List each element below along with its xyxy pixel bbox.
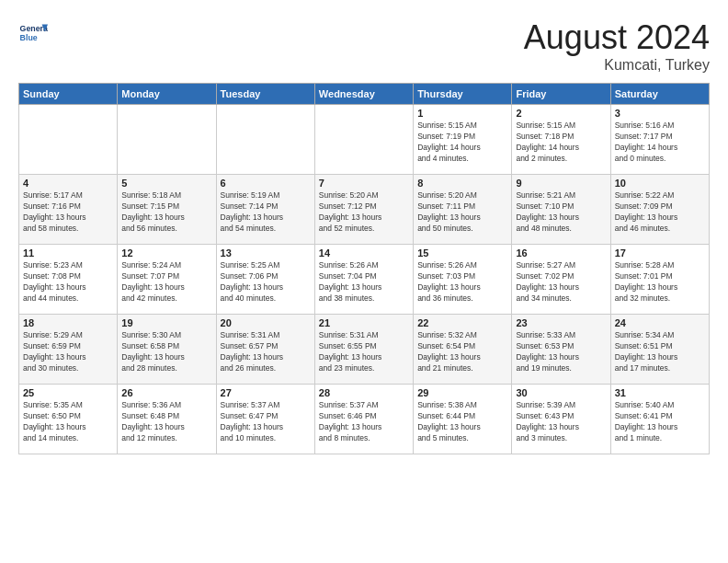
calendar-cell: 25Sunrise: 5:35 AM Sunset: 6:50 PM Dayli… bbox=[19, 385, 118, 454]
calendar-cell bbox=[19, 105, 118, 175]
page: General Blue August 2024 Kumcati, Turkey… bbox=[0, 0, 728, 563]
calendar-cell: 17Sunrise: 5:28 AM Sunset: 7:01 PM Dayli… bbox=[610, 245, 709, 315]
day-info: Sunrise: 5:15 AM Sunset: 7:18 PM Dayligh… bbox=[516, 121, 606, 165]
calendar-cell: 5Sunrise: 5:18 AM Sunset: 7:15 PM Daylig… bbox=[118, 175, 216, 245]
calendar-cell: 31Sunrise: 5:40 AM Sunset: 6:41 PM Dayli… bbox=[610, 385, 709, 454]
day-number: 30 bbox=[516, 387, 606, 398]
day-number: 29 bbox=[417, 387, 507, 398]
day-info: Sunrise: 5:28 AM Sunset: 7:01 PM Dayligh… bbox=[615, 260, 705, 304]
day-number: 5 bbox=[121, 178, 211, 189]
calendar-cell: 19Sunrise: 5:30 AM Sunset: 6:58 PM Dayli… bbox=[118, 315, 216, 385]
day-number: 1 bbox=[417, 108, 507, 119]
day-number: 7 bbox=[319, 178, 409, 189]
day-number: 23 bbox=[516, 317, 606, 328]
day-number: 11 bbox=[23, 247, 113, 259]
calendar-cell: 20Sunrise: 5:31 AM Sunset: 6:57 PM Dayli… bbox=[216, 315, 314, 385]
calendar-cell: 7Sunrise: 5:20 AM Sunset: 7:12 PM Daylig… bbox=[314, 175, 413, 245]
day-number: 24 bbox=[615, 317, 705, 328]
day-header-thursday: Thursday bbox=[414, 84, 512, 105]
day-header-friday: Friday bbox=[512, 84, 610, 105]
day-number: 3 bbox=[615, 108, 705, 119]
day-number: 31 bbox=[615, 387, 705, 398]
day-number: 28 bbox=[319, 387, 409, 398]
day-info: Sunrise: 5:25 AM Sunset: 7:06 PM Dayligh… bbox=[221, 260, 311, 304]
calendar-cell: 29Sunrise: 5:38 AM Sunset: 6:44 PM Dayli… bbox=[414, 385, 512, 454]
day-header-monday: Monday bbox=[118, 84, 216, 105]
calendar-cell: 14Sunrise: 5:26 AM Sunset: 7:04 PM Dayli… bbox=[314, 245, 413, 315]
day-info: Sunrise: 5:39 AM Sunset: 6:43 PM Dayligh… bbox=[516, 400, 606, 444]
svg-text:Blue: Blue bbox=[20, 33, 38, 42]
day-info: Sunrise: 5:35 AM Sunset: 6:50 PM Dayligh… bbox=[23, 400, 113, 444]
calendar-cell: 18Sunrise: 5:29 AM Sunset: 6:59 PM Dayli… bbox=[19, 315, 118, 385]
day-info: Sunrise: 5:20 AM Sunset: 7:12 PM Dayligh… bbox=[319, 190, 409, 235]
calendar-cell: 27Sunrise: 5:37 AM Sunset: 6:47 PM Dayli… bbox=[216, 385, 314, 454]
calendar-cell: 16Sunrise: 5:27 AM Sunset: 7:02 PM Dayli… bbox=[512, 245, 610, 315]
logo: General Blue bbox=[18, 18, 48, 48]
calendar-cell: 12Sunrise: 5:24 AM Sunset: 7:07 PM Dayli… bbox=[118, 245, 216, 315]
day-number: 26 bbox=[121, 387, 211, 398]
day-header-sunday: Sunday bbox=[19, 84, 118, 105]
title-block: August 2024 Kumcati, Turkey bbox=[524, 18, 710, 74]
day-header-saturday: Saturday bbox=[610, 84, 709, 105]
day-info: Sunrise: 5:31 AM Sunset: 6:57 PM Dayligh… bbox=[221, 330, 311, 374]
location: Kumcati, Turkey bbox=[524, 57, 710, 74]
calendar-cell: 8Sunrise: 5:20 AM Sunset: 7:11 PM Daylig… bbox=[414, 175, 512, 245]
day-number: 16 bbox=[516, 247, 606, 259]
calendar-cell bbox=[216, 105, 314, 175]
calendar-cell: 30Sunrise: 5:39 AM Sunset: 6:43 PM Dayli… bbox=[512, 385, 610, 454]
day-number: 12 bbox=[121, 247, 211, 259]
calendar-cell: 10Sunrise: 5:22 AM Sunset: 7:09 PM Dayli… bbox=[610, 175, 709, 245]
day-info: Sunrise: 5:19 AM Sunset: 7:14 PM Dayligh… bbox=[221, 190, 311, 235]
header: General Blue August 2024 Kumcati, Turkey bbox=[18, 18, 710, 74]
day-number: 14 bbox=[319, 247, 409, 259]
calendar-cell: 6Sunrise: 5:19 AM Sunset: 7:14 PM Daylig… bbox=[216, 175, 314, 245]
day-info: Sunrise: 5:26 AM Sunset: 7:03 PM Dayligh… bbox=[417, 260, 507, 304]
calendar-cell: 13Sunrise: 5:25 AM Sunset: 7:06 PM Dayli… bbox=[216, 245, 314, 315]
day-info: Sunrise: 5:32 AM Sunset: 6:54 PM Dayligh… bbox=[417, 330, 507, 374]
logo-icon: General Blue bbox=[18, 18, 48, 48]
month-year: August 2024 bbox=[524, 18, 710, 57]
calendar-cell: 26Sunrise: 5:36 AM Sunset: 6:48 PM Dayli… bbox=[118, 385, 216, 454]
day-number: 21 bbox=[319, 317, 409, 328]
day-number: 17 bbox=[615, 247, 705, 259]
calendar-cell: 11Sunrise: 5:23 AM Sunset: 7:08 PM Dayli… bbox=[19, 245, 118, 315]
day-number: 8 bbox=[417, 178, 507, 189]
calendar-cell: 3Sunrise: 5:16 AM Sunset: 7:17 PM Daylig… bbox=[610, 105, 709, 175]
calendar-cell: 22Sunrise: 5:32 AM Sunset: 6:54 PM Dayli… bbox=[414, 315, 512, 385]
day-number: 19 bbox=[121, 317, 211, 328]
day-info: Sunrise: 5:22 AM Sunset: 7:09 PM Dayligh… bbox=[615, 190, 705, 235]
day-info: Sunrise: 5:26 AM Sunset: 7:04 PM Dayligh… bbox=[319, 260, 409, 304]
day-number: 10 bbox=[615, 178, 705, 189]
day-number: 2 bbox=[516, 108, 606, 119]
calendar-cell bbox=[314, 105, 413, 175]
day-number: 18 bbox=[23, 317, 113, 328]
day-info: Sunrise: 5:36 AM Sunset: 6:48 PM Dayligh… bbox=[121, 400, 211, 444]
day-number: 25 bbox=[23, 387, 113, 398]
day-info: Sunrise: 5:29 AM Sunset: 6:59 PM Dayligh… bbox=[23, 330, 113, 374]
day-info: Sunrise: 5:24 AM Sunset: 7:07 PM Dayligh… bbox=[121, 260, 211, 304]
day-info: Sunrise: 5:38 AM Sunset: 6:44 PM Dayligh… bbox=[417, 400, 507, 444]
day-info: Sunrise: 5:27 AM Sunset: 7:02 PM Dayligh… bbox=[516, 260, 606, 304]
day-number: 27 bbox=[221, 387, 311, 398]
day-info: Sunrise: 5:34 AM Sunset: 6:51 PM Dayligh… bbox=[615, 330, 705, 374]
calendar-cell: 2Sunrise: 5:15 AM Sunset: 7:18 PM Daylig… bbox=[512, 105, 610, 175]
calendar-cell: 24Sunrise: 5:34 AM Sunset: 6:51 PM Dayli… bbox=[610, 315, 709, 385]
day-header-wednesday: Wednesday bbox=[314, 84, 413, 105]
calendar-cell bbox=[118, 105, 216, 175]
day-info: Sunrise: 5:33 AM Sunset: 6:53 PM Dayligh… bbox=[516, 330, 606, 374]
day-info: Sunrise: 5:37 AM Sunset: 6:47 PM Dayligh… bbox=[221, 400, 311, 444]
day-info: Sunrise: 5:31 AM Sunset: 6:55 PM Dayligh… bbox=[319, 330, 409, 374]
day-info: Sunrise: 5:37 AM Sunset: 6:46 PM Dayligh… bbox=[319, 400, 409, 444]
day-header-tuesday: Tuesday bbox=[216, 84, 314, 105]
calendar-cell: 21Sunrise: 5:31 AM Sunset: 6:55 PM Dayli… bbox=[314, 315, 413, 385]
day-info: Sunrise: 5:18 AM Sunset: 7:15 PM Dayligh… bbox=[121, 190, 211, 235]
calendar-cell: 28Sunrise: 5:37 AM Sunset: 6:46 PM Dayli… bbox=[314, 385, 413, 454]
day-info: Sunrise: 5:20 AM Sunset: 7:11 PM Dayligh… bbox=[417, 190, 507, 235]
day-number: 6 bbox=[221, 178, 311, 189]
day-number: 22 bbox=[417, 317, 507, 328]
day-info: Sunrise: 5:23 AM Sunset: 7:08 PM Dayligh… bbox=[23, 260, 113, 304]
day-number: 9 bbox=[516, 178, 606, 189]
calendar-cell: 15Sunrise: 5:26 AM Sunset: 7:03 PM Dayli… bbox=[414, 245, 512, 315]
day-number: 15 bbox=[417, 247, 507, 259]
day-info: Sunrise: 5:30 AM Sunset: 6:58 PM Dayligh… bbox=[121, 330, 211, 374]
